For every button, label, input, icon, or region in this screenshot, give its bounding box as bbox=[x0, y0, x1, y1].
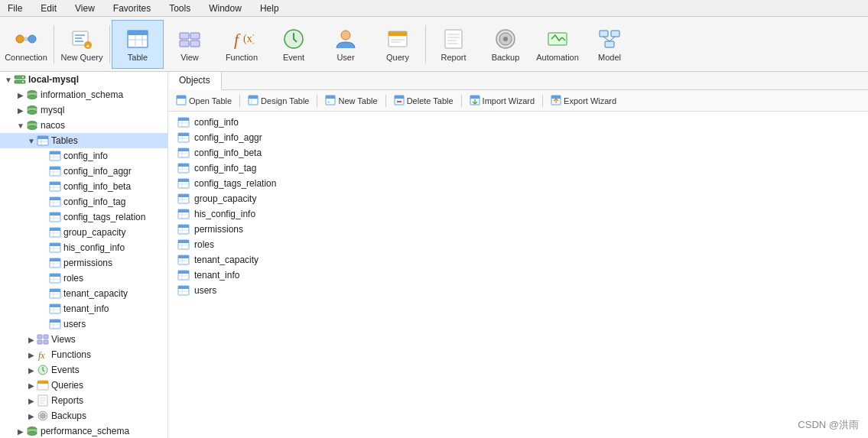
table-list-label: roles bbox=[194, 239, 214, 250]
toolbar-function-button[interactable]: f (x) Function bbox=[216, 20, 268, 69]
reports-icon bbox=[37, 394, 49, 407]
table-list: config_info config_info_aggr config_info… bbox=[168, 112, 868, 438]
design-table-button[interactable]: Design Table bbox=[245, 93, 312, 109]
table-row[interactable]: tenant_info bbox=[168, 268, 868, 283]
table-list-label: config_info bbox=[194, 117, 239, 128]
svg-rect-175 bbox=[178, 240, 189, 243]
svg-rect-15 bbox=[190, 33, 200, 39]
table-row[interactable]: config_info bbox=[168, 115, 868, 130]
table-row[interactable]: config_info_beta bbox=[168, 145, 868, 161]
table-row[interactable]: config_tags_relation bbox=[168, 176, 868, 191]
export-wizard-button[interactable]: Export Wizard bbox=[548, 93, 619, 109]
toolbar-user-button[interactable]: User bbox=[320, 20, 372, 69]
table-row[interactable]: config_info_aggr bbox=[168, 130, 868, 145]
menu-view[interactable]: View bbox=[70, 2, 99, 15]
sidebar-events[interactable]: ▶ Events bbox=[0, 362, 167, 378]
sidebar-table-item[interactable]: config_tags_relation bbox=[0, 209, 167, 225]
svg-rect-107 bbox=[37, 340, 42, 344]
sidebar-table-item[interactable]: tenant_capacity bbox=[0, 286, 167, 301]
toolbar-model-button[interactable]: Model bbox=[584, 20, 636, 69]
menu-help[interactable]: Help bbox=[255, 2, 284, 15]
toolbar-newquery-button[interactable]: + New Query bbox=[56, 20, 108, 69]
svg-rect-147 bbox=[178, 133, 189, 136]
sidebar-reports[interactable]: ▶ Reports bbox=[0, 393, 167, 408]
tables-icon bbox=[37, 135, 49, 147]
sidebar-db-mysql-arrow: ▶ bbox=[15, 106, 26, 115]
table-list-icon bbox=[177, 238, 190, 251]
toolbar-automation-button[interactable]: Automation bbox=[532, 20, 584, 69]
sidebar-table-item[interactable]: config_info_aggr bbox=[0, 164, 167, 179]
sidebar-table-item[interactable]: group_capacity bbox=[0, 225, 167, 240]
toolbar-connection-button[interactable]: Connection bbox=[0, 20, 52, 69]
menu-file[interactable]: File bbox=[3, 2, 27, 15]
sidebar-db-mysql[interactable]: ▶ mysql bbox=[0, 102, 167, 118]
table-list-icon bbox=[177, 208, 190, 220]
sidebar-table-item[interactable]: config_info_beta bbox=[0, 179, 167, 194]
svg-rect-155 bbox=[178, 164, 189, 167]
sidebar-db-performance[interactable]: ▶ performance_schema bbox=[0, 423, 167, 438]
sidebar-root[interactable]: ▼ local-mysql bbox=[0, 72, 167, 87]
function-icon: f (x) bbox=[229, 27, 254, 51]
sidebar-table-item[interactable]: his_config_info bbox=[0, 240, 167, 255]
new-table-button[interactable]: + New Table bbox=[322, 93, 380, 109]
table-list-icon bbox=[177, 131, 190, 144]
sidebar-table-item[interactable]: config_info_tag bbox=[0, 194, 167, 209]
sidebar-table-item[interactable]: permissions bbox=[0, 255, 167, 271]
svg-rect-112 bbox=[37, 381, 48, 384]
toolbar-query-button[interactable]: Query bbox=[372, 20, 424, 69]
sidebar-db-nacos-label: nacos bbox=[41, 120, 65, 131]
table-row[interactable]: his_config_info bbox=[168, 206, 868, 222]
import-wizard-button[interactable]: Import Wizard bbox=[467, 93, 538, 109]
toolbar-backup-button[interactable]: Backup bbox=[480, 20, 532, 69]
open-table-icon bbox=[176, 95, 187, 107]
sidebar-db-nacos[interactable]: ▼ nacos bbox=[0, 118, 167, 133]
open-table-button[interactable]: Open Table bbox=[173, 93, 235, 109]
sidebar-backups[interactable]: ▶ Backups bbox=[0, 408, 167, 423]
sidebar-table-item[interactable]: users bbox=[0, 316, 167, 332]
menu-window[interactable]: Window bbox=[204, 2, 246, 15]
connection-icon bbox=[14, 27, 38, 51]
svg-rect-16 bbox=[180, 41, 189, 47]
menu-favorites[interactable]: Favorites bbox=[109, 2, 155, 15]
svg-line-39 bbox=[610, 37, 615, 41]
toolbar-table-button[interactable]: Table bbox=[112, 20, 164, 69]
tab-objects[interactable]: Objects bbox=[168, 72, 222, 90]
svg-rect-35 bbox=[600, 31, 608, 37]
toolbar-view-button[interactable]: View bbox=[164, 20, 216, 69]
toolbar-report-button[interactable]: Report bbox=[427, 20, 480, 69]
table-row[interactable]: group_capacity bbox=[168, 191, 868, 206]
table-row[interactable]: roles bbox=[168, 237, 868, 252]
svg-rect-137 bbox=[470, 96, 480, 99]
delete-table-button[interactable]: Delete Table bbox=[391, 93, 457, 109]
svg-point-0 bbox=[16, 35, 24, 43]
svg-rect-78 bbox=[50, 228, 60, 231]
svg-rect-62 bbox=[50, 167, 60, 170]
sidebar-views[interactable]: ▶ Views bbox=[0, 332, 167, 347]
table-row[interactable]: users bbox=[168, 283, 868, 298]
sidebar-tables-group[interactable]: ▼ Tables bbox=[0, 133, 167, 148]
sidebar-db-information-schema[interactable]: ▶ information_schema bbox=[0, 87, 167, 102]
table-row[interactable]: permissions bbox=[168, 222, 868, 237]
obj-sep-2 bbox=[317, 95, 317, 107]
table-item-label: tenant_info bbox=[63, 303, 109, 314]
svg-rect-167 bbox=[178, 209, 189, 213]
automation-icon bbox=[545, 27, 570, 51]
table-row[interactable]: tenant_capacity bbox=[168, 252, 868, 268]
sidebar-queries[interactable]: ▶ Queries bbox=[0, 378, 167, 393]
sidebar-functions[interactable]: ▶ fx Functions bbox=[0, 347, 167, 362]
svg-rect-37 bbox=[605, 41, 614, 47]
sidebar-table-item[interactable]: roles bbox=[0, 271, 167, 286]
sidebar-table-item[interactable]: tenant_info bbox=[0, 301, 167, 316]
delete-table-icon bbox=[394, 95, 405, 107]
sidebar-table-item[interactable]: config_info bbox=[0, 148, 167, 164]
table-row[interactable]: config_info_tag bbox=[168, 161, 868, 176]
toolbar-event-button[interactable]: Event bbox=[268, 20, 320, 69]
svg-rect-74 bbox=[50, 213, 60, 216]
table-list-label: tenant_capacity bbox=[194, 255, 258, 265]
svg-rect-58 bbox=[50, 151, 60, 154]
sidebar-perf-label: performance_schema bbox=[41, 426, 129, 436]
menu-tools[interactable]: Tools bbox=[164, 2, 195, 15]
sidebar-views-label: Views bbox=[51, 334, 76, 345]
svg-rect-26 bbox=[445, 30, 462, 48]
menu-edit[interactable]: Edit bbox=[36, 2, 61, 15]
